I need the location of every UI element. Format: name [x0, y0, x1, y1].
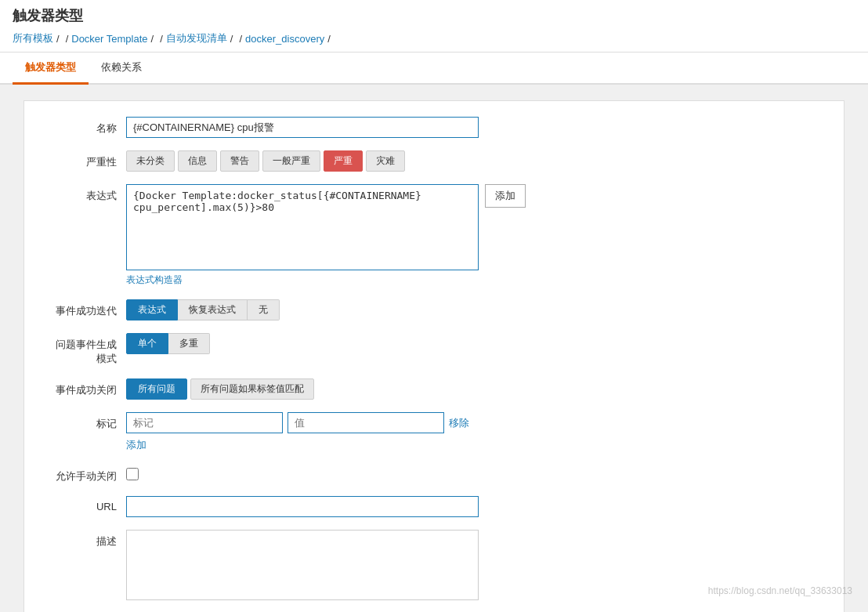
name-row: 名称: [48, 117, 820, 138]
problem-mode-label: 问题事件生成模式: [48, 333, 126, 366]
ok-event-none[interactable]: 无: [248, 299, 280, 320]
close-event-group: 所有问题 所有问题如果标签值匹配: [126, 378, 820, 400]
expression-textarea[interactable]: {Docker Template:docker_status[{#CONTAIN…: [126, 184, 479, 270]
tab-trigger-type[interactable]: 触发器类型: [13, 53, 89, 85]
problem-mode-toggle-group: 单个 多重: [126, 333, 820, 354]
ok-event-toggle-group: 表达式 恢复表达式 无: [126, 299, 820, 320]
problem-mode-multiple[interactable]: 多重: [168, 333, 210, 354]
problem-mode-control-wrap: 单个 多重: [126, 333, 820, 354]
description-textarea[interactable]: [126, 530, 479, 600]
breadcrumb-monitor-proto[interactable]: 自动发现清单: [166, 31, 227, 45]
manual-close-checkbox-wrap: [126, 465, 820, 480]
breadcrumb-sep-6: /: [239, 33, 242, 45]
severity-control-wrap: 未分类 信息 警告 一般严重 严重 灾难: [126, 150, 820, 172]
tabs-bar: 触发器类型 依赖关系: [0, 53, 868, 85]
breadcrumb-sep-5: /: [230, 33, 233, 45]
severity-row: 严重性 未分类 信息 警告 一般严重 严重 灾难: [48, 150, 820, 172]
tag-row: 标记 移除 添加: [48, 412, 820, 452]
breadcrumb-graph-proto[interactable]: docker_discovery: [245, 33, 324, 45]
ok-close-control-wrap: 所有问题 所有问题如果标签值匹配: [126, 378, 820, 400]
expression-add-button[interactable]: 添加: [485, 184, 526, 208]
problem-mode-row: 问题事件生成模式 单个 多重: [48, 333, 820, 366]
ok-event-recovery-expression[interactable]: 恢复表达式: [178, 299, 248, 320]
breadcrumb-sep-7: /: [327, 33, 331, 45]
name-input[interactable]: [126, 117, 479, 138]
sev-warning[interactable]: 警告: [220, 150, 259, 172]
sev-info[interactable]: 信息: [178, 150, 217, 172]
sev-high[interactable]: 严重: [324, 150, 363, 172]
close-match-tags[interactable]: 所有问题如果标签值匹配: [190, 378, 314, 400]
name-label: 名称: [48, 117, 126, 136]
tag-val-input[interactable]: [288, 412, 444, 433]
close-all-problems[interactable]: 所有问题: [126, 378, 187, 400]
breadcrumb-sep-4: /: [160, 33, 163, 45]
expression-control-wrap: {Docker Template:docker_status[{#CONTAIN…: [126, 184, 820, 287]
manual-close-control-wrap: [126, 465, 820, 480]
description-row: 描述: [48, 530, 820, 603]
tag-label: 标记: [48, 412, 126, 431]
description-label: 描述: [48, 530, 126, 549]
breadcrumb-sep-2: /: [66, 33, 69, 45]
breadcrumb-all-templates[interactable]: 所有模板: [13, 31, 53, 45]
expr-builder-link[interactable]: 表达式构造器: [126, 273, 183, 287]
breadcrumb-autodiscovery[interactable]: Docker Template: [71, 33, 147, 45]
expression-row: 表达式 {Docker Template:docker_status[{#CON…: [48, 184, 820, 287]
tag-control-wrap: 移除 添加: [126, 412, 820, 452]
sev-average[interactable]: 一般严重: [262, 150, 320, 172]
manual-close-checkbox[interactable]: [126, 468, 139, 480]
expression-label: 表达式: [48, 184, 126, 203]
main-content: 名称 严重性 未分类 信息 警告 一般严重 严重 灾难 表达式: [0, 85, 868, 612]
problem-mode-single[interactable]: 单个: [126, 333, 168, 354]
form-section: 名称 严重性 未分类 信息 警告 一般严重 严重 灾难 表达式: [24, 100, 844, 612]
manual-close-row: 允许手动关闭: [48, 465, 820, 483]
ok-event-control-wrap: 表达式 恢复表达式 无: [126, 299, 820, 320]
severity-buttons: 未分类 信息 警告 一般严重 严重 灾难: [126, 150, 820, 172]
url-control-wrap: [126, 496, 820, 517]
breadcrumb-sep-1: /: [56, 33, 60, 45]
ok-event-label: 事件成功迭代: [48, 299, 126, 318]
ok-close-row: 事件成功关闭 所有问题 所有问题如果标签值匹配: [48, 378, 820, 400]
ok-close-label: 事件成功关闭: [48, 378, 126, 397]
breadcrumb: 所有模板 / / Docker Template / / 自动发现清单 / / …: [13, 31, 855, 45]
tag-input-row: 移除: [126, 412, 820, 433]
page-title: 触发器类型: [13, 6, 855, 25]
url-label: URL: [48, 496, 126, 512]
name-control-wrap: [126, 117, 820, 138]
tag-remove-link[interactable]: 移除: [449, 416, 469, 430]
manual-close-label: 允许手动关闭: [48, 465, 126, 483]
watermark: https://blog.csdn.net/qq_33633013: [708, 585, 852, 596]
sev-unclassified[interactable]: 未分类: [126, 150, 175, 172]
tag-add-link[interactable]: 添加: [126, 438, 146, 452]
ok-event-row: 事件成功迭代 表达式 恢复表达式 无: [48, 299, 820, 320]
tag-key-input[interactable]: [126, 412, 283, 433]
breadcrumb-sep-3: /: [151, 33, 154, 45]
sev-disaster[interactable]: 灾难: [366, 150, 405, 172]
ok-event-expression[interactable]: 表达式: [126, 299, 178, 320]
url-input[interactable]: [126, 496, 479, 517]
top-bar: 触发器类型 所有模板 / / Docker Template / / 自动发现清…: [0, 0, 868, 53]
url-row: URL: [48, 496, 820, 517]
tab-dependency[interactable]: 依赖关系: [89, 53, 154, 85]
severity-label: 严重性: [48, 150, 126, 169]
